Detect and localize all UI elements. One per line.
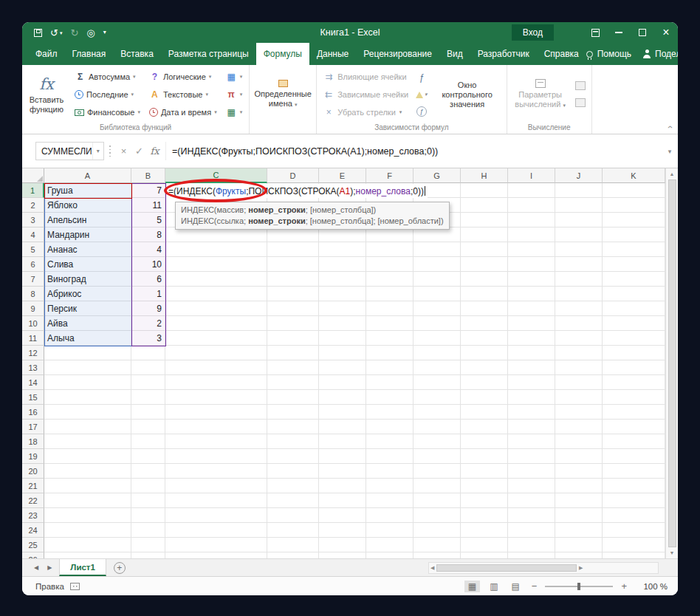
cell-B7[interactable]: 6 [131, 272, 165, 287]
cell-F20[interactable] [366, 464, 414, 479]
cell-F25[interactable] [366, 538, 414, 552]
cell-H22[interactable] [461, 493, 508, 508]
cell-A15[interactable] [44, 390, 131, 405]
cell-J8[interactable] [555, 287, 603, 301]
cell-A3[interactable]: Апельсин [44, 213, 131, 227]
cell-B20[interactable] [131, 464, 165, 479]
minimize-button[interactable] [607, 22, 631, 43]
show-formulas-icon[interactable]: ƒ [416, 70, 428, 85]
cell-F21[interactable] [366, 479, 414, 493]
cell-E17[interactable] [319, 420, 366, 434]
cell-D25[interactable] [267, 538, 319, 552]
column-header-J[interactable]: J [555, 168, 603, 183]
cell-H26[interactable] [461, 552, 508, 558]
cell-B26[interactable] [131, 552, 165, 558]
cell-C19[interactable] [165, 449, 267, 464]
scroll-down-icon[interactable]: ▼ [670, 549, 675, 557]
cell-B1[interactable]: 7 [131, 183, 165, 198]
row-header-14[interactable]: 14 [22, 375, 44, 390]
cell-K7[interactable] [603, 272, 665, 287]
cell-I20[interactable] [508, 464, 555, 479]
zoom-in-icon[interactable]: + [619, 581, 629, 592]
button-Финансовые[interactable]: Финансовые▾ [70, 103, 145, 121]
cell-E14[interactable] [319, 375, 366, 390]
error-checking-icon[interactable]: ▾ [416, 87, 428, 102]
cell-E8[interactable] [319, 287, 366, 301]
cell-G20[interactable] [414, 464, 461, 479]
cell-K24[interactable] [603, 523, 665, 538]
column-header-D[interactable]: D [267, 168, 319, 183]
cell-K16[interactable] [603, 405, 665, 420]
cell-H5[interactable] [461, 242, 508, 257]
tab-Формулы[interactable]: Формулы [256, 43, 309, 65]
column-header-H[interactable]: H [461, 168, 508, 183]
button-Текстовые[interactable]: AТекстовые▾ [145, 86, 222, 103]
cell-B18[interactable] [131, 434, 165, 449]
cell-K8[interactable] [603, 287, 665, 301]
row-header-1[interactable]: 1 [22, 183, 44, 198]
cell-B17[interactable] [131, 420, 165, 434]
cell-C13[interactable] [165, 360, 267, 375]
cell-D9[interactable] [267, 301, 319, 316]
cell-G6[interactable] [414, 257, 461, 272]
cell-A2[interactable]: Яблоко [44, 198, 131, 213]
sheet-nav-left-icon[interactable]: ◀ [30, 564, 43, 571]
row-header-21[interactable]: 21 [22, 479, 44, 493]
cell-E15[interactable] [319, 390, 366, 405]
vertical-scrollbar-thumb[interactable] [668, 179, 676, 547]
button-Убрать стрелки[interactable]: ×Убрать стрелки▾ [319, 103, 413, 121]
cell-I26[interactable] [508, 552, 555, 558]
row-header-8[interactable]: 8 [22, 287, 44, 301]
cell-I16[interactable] [508, 405, 555, 420]
cell-K13[interactable] [603, 360, 665, 375]
cell-H23[interactable] [461, 508, 508, 523]
insert-function-icon[interactable]: fx [147, 146, 162, 157]
sheet-tab-list1[interactable]: Лист1 [59, 559, 106, 576]
cell-D6[interactable] [267, 257, 319, 272]
cell-K5[interactable] [603, 242, 665, 257]
name-box-dropdown-icon[interactable]: ▾ [92, 143, 103, 160]
cell-J20[interactable] [555, 464, 603, 479]
cell-B12[interactable] [131, 346, 165, 360]
cell-J1[interactable] [555, 183, 603, 198]
cell-I25[interactable] [508, 538, 555, 552]
cell-K26[interactable] [603, 552, 665, 558]
cell-B15[interactable] [131, 390, 165, 405]
scroll-left-icon[interactable]: ◀ [430, 564, 434, 572]
maximize-button[interactable] [631, 22, 654, 43]
calculate-now-icon[interactable] [575, 97, 586, 110]
cell-F16[interactable] [366, 405, 414, 420]
cell-C26[interactable] [165, 552, 267, 558]
cell-J25[interactable] [555, 538, 603, 552]
cell-A24[interactable] [44, 523, 131, 538]
cell-K6[interactable] [603, 257, 665, 272]
cell-I15[interactable] [508, 390, 555, 405]
cell-F9[interactable] [366, 301, 414, 316]
normal-view-icon[interactable]: ▦ [464, 581, 480, 592]
cancel-icon[interactable]: × [116, 146, 131, 157]
cell-I1[interactable] [508, 183, 555, 198]
cell-K20[interactable] [603, 464, 665, 479]
cell-C21[interactable] [165, 479, 267, 493]
vertical-scrollbar[interactable]: ▲ ▼ [665, 168, 678, 558]
calculation-options-button[interactable]: Параметры вычислений ▾ [509, 66, 572, 123]
cell-F14[interactable] [366, 375, 414, 390]
column-header-E[interactable]: E [319, 168, 366, 183]
row-header-18[interactable]: 18 [22, 434, 44, 449]
cell-I23[interactable] [508, 508, 555, 523]
cell-H3[interactable] [461, 213, 508, 227]
tab-Разметка страницы[interactable]: Разметка страницы [161, 43, 256, 65]
cell-H8[interactable] [461, 287, 508, 301]
cell-H20[interactable] [461, 464, 508, 479]
cell-K14[interactable] [603, 375, 665, 390]
cell-D20[interactable] [267, 464, 319, 479]
cell-D26[interactable] [267, 552, 319, 558]
button-Зависимые ячейки[interactable]: ⇇Зависимые ячейки [319, 86, 413, 103]
cell-K4[interactable] [603, 227, 665, 242]
row-header-13[interactable]: 13 [22, 360, 44, 375]
cell-H14[interactable] [461, 375, 508, 390]
cell-G5[interactable] [414, 242, 461, 257]
cell-K2[interactable] [603, 198, 665, 213]
cell-I11[interactable] [508, 331, 555, 346]
sign-in-button[interactable]: Вход [512, 24, 554, 41]
